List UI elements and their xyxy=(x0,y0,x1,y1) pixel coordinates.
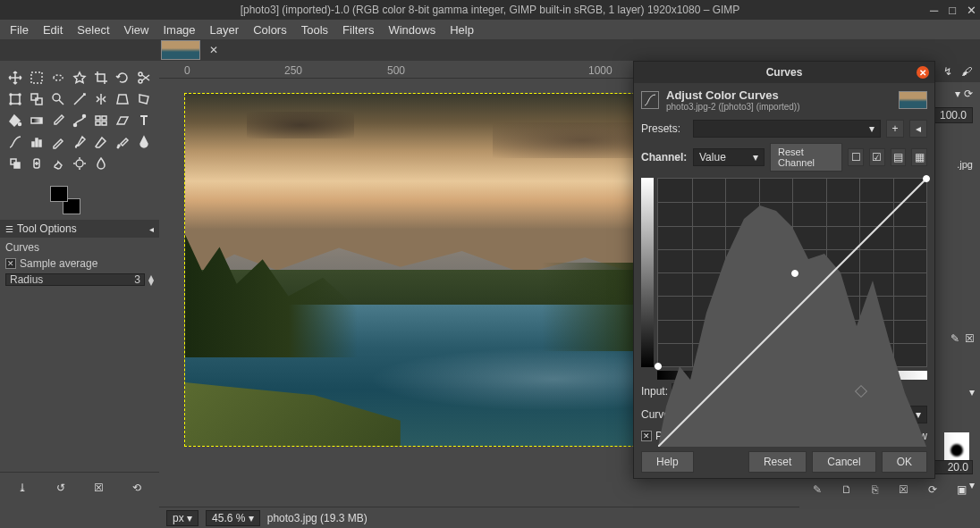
brush-tab-icon[interactable]: 🖌 xyxy=(959,63,975,80)
log-hist-icon[interactable]: ☑ xyxy=(869,148,885,166)
pencil-tool[interactable] xyxy=(48,132,68,152)
radius-down-icon[interactable]: ▾ xyxy=(148,280,154,285)
preview-checkbox[interactable]: ✕ xyxy=(641,431,652,441)
scale-tool[interactable] xyxy=(27,89,46,109)
ink-tool[interactable] xyxy=(134,132,154,152)
bucket-fill-tool[interactable] xyxy=(5,111,25,130)
curve-point-end[interactable] xyxy=(923,175,930,182)
move-tool[interactable] xyxy=(5,68,25,88)
new-brush-icon[interactable]: 🗋 xyxy=(841,483,852,496)
color-swatches[interactable] xyxy=(50,186,80,214)
menu-help[interactable]: Help xyxy=(444,21,480,38)
zoom-tool[interactable] xyxy=(48,89,68,109)
menu-file[interactable]: File xyxy=(4,21,35,38)
duplicate-brush-icon[interactable]: ⎘ xyxy=(872,483,878,496)
right-top-value[interactable]: 100.0 xyxy=(934,107,973,123)
help-button[interactable]: Help xyxy=(641,451,694,473)
panel-menu-icon[interactable]: ◂ xyxy=(149,224,154,234)
smudge-tool[interactable] xyxy=(48,154,68,173)
airbrush-tool[interactable] xyxy=(113,132,132,152)
delete-brush-icon[interactable]: ☒ xyxy=(899,483,908,496)
chevron-down-icon[interactable]: ▾ xyxy=(969,386,975,398)
levels-tool[interactable] xyxy=(27,132,46,152)
dodge-tool[interactable] xyxy=(70,154,89,173)
svg-line-28 xyxy=(658,179,926,447)
cancel-button[interactable]: Cancel xyxy=(812,451,875,473)
chevron-down-icon[interactable]: ▾ xyxy=(955,88,960,100)
menu-windows[interactable]: Windows xyxy=(382,21,442,38)
unified-transform-tool[interactable] xyxy=(5,89,25,109)
image-tab-close-icon[interactable]: ✕ xyxy=(206,44,222,56)
menu-edit[interactable]: Edit xyxy=(37,21,69,38)
perspective-tool[interactable] xyxy=(113,89,132,109)
image-tab-thumb[interactable] xyxy=(161,40,200,60)
menu-select[interactable]: Select xyxy=(71,21,115,38)
curve-point-mid[interactable] xyxy=(791,270,798,277)
paintbrush-tool[interactable] xyxy=(70,132,89,152)
menu-view[interactable]: View xyxy=(118,21,156,38)
rect-select-tool[interactable] xyxy=(27,68,46,88)
curve-grid[interactable] xyxy=(657,178,927,367)
edit-layer-icon[interactable]: ✎ xyxy=(950,332,959,345)
close-icon[interactable]: ✕ xyxy=(967,4,976,17)
save-options-icon[interactable]: ⤓ xyxy=(13,478,32,498)
heal-tool[interactable] xyxy=(27,154,46,173)
flip-tool[interactable] xyxy=(91,89,111,109)
hist-lum-icon[interactable]: ▤ xyxy=(891,148,907,166)
channel-select[interactable]: Value▾ xyxy=(693,148,765,166)
ok-button[interactable]: OK xyxy=(882,451,927,473)
align-tool[interactable] xyxy=(91,111,111,130)
free-select-tool[interactable] xyxy=(48,68,68,88)
linear-hist-icon[interactable]: ☐ xyxy=(848,148,864,166)
zoom-selector[interactable]: 45.6 % ▾ xyxy=(206,510,260,526)
menu-filters[interactable]: Filters xyxy=(336,21,380,38)
refresh-brush-icon[interactable]: ⟳ xyxy=(928,483,937,496)
delete-layer-icon[interactable]: ☒ xyxy=(965,332,975,345)
rotate-tool[interactable] xyxy=(113,68,132,88)
crop-tool[interactable] xyxy=(91,68,111,88)
dialog-title: Curves xyxy=(766,66,803,79)
sample-average-checkbox[interactable]: ✕ xyxy=(5,258,16,269)
add-preset-icon[interactable]: + xyxy=(886,120,904,138)
reset-button[interactable]: Reset xyxy=(748,451,807,473)
scissors-tool[interactable] xyxy=(134,68,154,88)
reset-options-icon[interactable]: ⟲ xyxy=(127,478,147,498)
eraser-tool[interactable] xyxy=(91,132,111,152)
svg-point-13 xyxy=(74,124,77,127)
menu-colors[interactable]: Colors xyxy=(247,21,293,38)
window-title: [photo3] (imported)-1.0 (RGB color 8-bit… xyxy=(241,4,740,16)
fuzzy-select-tool[interactable] xyxy=(70,68,89,88)
color-picker-tool[interactable] xyxy=(48,111,68,130)
menu-image[interactable]: Image xyxy=(156,21,201,38)
menu-layer[interactable]: Layer xyxy=(204,21,246,38)
dialog-titlebar[interactable]: Curves ✕ xyxy=(634,62,934,83)
menu-tools[interactable]: Tools xyxy=(295,21,334,38)
open-as-image-icon[interactable]: ▣ xyxy=(957,483,967,496)
dialog-close-icon[interactable]: ✕ xyxy=(917,66,929,79)
restore-options-icon[interactable]: ↺ xyxy=(51,478,71,498)
reset-channel-button[interactable]: Reset Channel xyxy=(770,143,842,172)
cage-tool[interactable] xyxy=(134,89,154,109)
text-tool[interactable] xyxy=(134,111,154,130)
curves-tool[interactable] xyxy=(5,132,25,152)
curve-point-start[interactable] xyxy=(655,363,662,370)
measure-tool[interactable] xyxy=(70,89,89,109)
shear-tool[interactable] xyxy=(113,111,132,130)
maximize-icon[interactable]: □ xyxy=(949,4,956,17)
presets-select[interactable]: ▾ xyxy=(693,120,881,138)
fg-color-swatch[interactable] xyxy=(50,186,68,202)
radius-slider[interactable]: Radius 3 xyxy=(5,273,145,286)
delete-options-icon[interactable]: ☒ xyxy=(89,478,108,498)
unit-selector[interactable]: px ▾ xyxy=(166,510,199,526)
minimize-icon[interactable]: ─ xyxy=(930,4,938,17)
paths-tool[interactable] xyxy=(70,111,89,130)
hist-rgb-icon[interactable]: ▦ xyxy=(911,148,927,166)
refresh-icon[interactable]: ⟳ xyxy=(964,88,973,100)
gradient-tool[interactable] xyxy=(27,111,46,130)
undo-tab-icon[interactable]: ↯ xyxy=(940,63,956,80)
clone-tool[interactable] xyxy=(5,154,25,173)
dialog-image-thumb[interactable] xyxy=(899,91,927,109)
preset-menu-icon[interactable]: ◂ xyxy=(909,120,927,138)
edit-brush-icon[interactable]: ✎ xyxy=(813,483,822,496)
blur-tool[interactable] xyxy=(91,154,111,173)
